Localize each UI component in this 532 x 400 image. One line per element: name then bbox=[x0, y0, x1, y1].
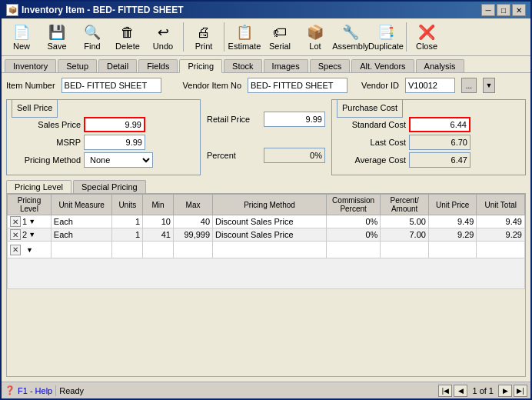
page-info: 1 of 1 bbox=[469, 386, 497, 395]
col-unit-total: Unit Total bbox=[477, 195, 525, 215]
prev-page-button[interactable]: ◀ bbox=[454, 385, 467, 397]
vendor-id-label: Vendor ID bbox=[361, 81, 399, 90]
tab-fields[interactable]: Fields bbox=[138, 59, 178, 72]
tab-setup[interactable]: Setup bbox=[58, 59, 97, 72]
table-row: ✕ 2 ▼ Each 1 41 99,999 Discount Sales Pr… bbox=[8, 228, 525, 242]
percent-label: Percent bbox=[207, 151, 261, 160]
table-row: ✕ 1 ▼ Each 1 10 40 Discount Sales Price … bbox=[8, 215, 525, 228]
toolbar-close-icon: ❌ bbox=[416, 23, 437, 42]
pricing-method-label: Pricing Method bbox=[12, 155, 81, 165]
col-unit-price: Unit Price bbox=[428, 195, 477, 215]
last-cost-row: Last Cost bbox=[337, 135, 520, 150]
first-page-button[interactable]: |◀ bbox=[438, 385, 452, 397]
delete-button[interactable]: 🗑 Delete bbox=[111, 21, 145, 53]
col-commission: CommissionPercent bbox=[326, 195, 380, 215]
table-row: ✕ ▼ bbox=[8, 242, 525, 258]
status-bar: ❓ F1 - Help Ready |◀ ◀ 1 of 1 ▶ ▶| bbox=[2, 382, 530, 398]
col-unit-measure: Unit Measure bbox=[51, 195, 112, 215]
help-link[interactable]: ❓ F1 - Help bbox=[5, 385, 52, 395]
tab-detail[interactable]: Detail bbox=[98, 59, 137, 72]
pricing-table-container: PricingLevel Unit Measure Units Min Max … bbox=[6, 193, 526, 377]
find-icon: 🔍 bbox=[81, 23, 103, 42]
window-title: Inventory Item - BED- FITTED SHEET bbox=[22, 5, 184, 15]
main-window: 📦 Inventory Item - BED- FITTED SHEET ─ □… bbox=[0, 0, 532, 400]
last-page-button[interactable]: ▶| bbox=[514, 385, 527, 397]
tab-analysis[interactable]: Analysis bbox=[416, 59, 464, 72]
vendor-dropdown-button[interactable]: ▼ bbox=[483, 78, 495, 93]
find-button[interactable]: 🔍 Find bbox=[75, 21, 109, 53]
tab-pricing[interactable]: Pricing bbox=[179, 59, 222, 73]
pricing-table: PricingLevel Unit Measure Units Min Max … bbox=[7, 194, 525, 289]
middle-section: Retail Price Percent bbox=[207, 99, 325, 175]
col-max: Max bbox=[173, 195, 212, 215]
percent-input[interactable] bbox=[264, 148, 325, 163]
pricing-method-row: Pricing Method None Percent Amount bbox=[12, 152, 195, 168]
pricing-level-tab[interactable]: Pricing Level bbox=[6, 180, 71, 193]
row1-delete-btn[interactable]: ✕ bbox=[10, 216, 21, 227]
vendor-lookup-button[interactable]: ... bbox=[461, 78, 477, 93]
new-button[interactable]: 📄 New bbox=[5, 21, 38, 53]
table-row-empty bbox=[8, 258, 525, 289]
help-label: F1 - Help bbox=[18, 386, 52, 395]
standard-cost-row: Standard Cost bbox=[337, 117, 520, 132]
standard-cost-label: Standard Cost bbox=[337, 120, 406, 129]
item-info-row: Item Number Vendor Item No Vendor ID ...… bbox=[6, 78, 526, 93]
tab-stock[interactable]: Stock bbox=[224, 59, 262, 72]
pricing-method-select[interactable]: None Percent Amount bbox=[84, 152, 153, 168]
average-cost-label: Average Cost bbox=[337, 155, 406, 165]
vendor-id-input[interactable] bbox=[405, 78, 455, 93]
duplicate-button[interactable]: 📑 Duplicate bbox=[369, 21, 403, 53]
undo-icon: ↩ bbox=[152, 23, 174, 42]
serial-icon: 🏷 bbox=[269, 23, 291, 42]
new-icon: 📄 bbox=[11, 23, 32, 42]
estimate-button[interactable]: 📋 Estimate bbox=[228, 21, 261, 53]
minimize-button[interactable]: ─ bbox=[481, 4, 495, 16]
tab-inventory[interactable]: Inventory bbox=[5, 59, 56, 72]
next-page-button[interactable]: ▶ bbox=[498, 385, 512, 397]
col-pricing-method: Pricing Method bbox=[213, 195, 327, 215]
row2-delete-btn[interactable]: ✕ bbox=[10, 229, 21, 240]
last-cost-input[interactable] bbox=[409, 135, 470, 150]
print-icon: 🖨 bbox=[193, 23, 214, 42]
col-percent-amount: Percent/Amount bbox=[381, 195, 429, 215]
tab-images[interactable]: Images bbox=[264, 59, 308, 72]
close-button[interactable]: ✕ bbox=[512, 4, 526, 16]
toolbar-close-button[interactable]: ❌ Close bbox=[410, 21, 444, 53]
special-pricing-tab[interactable]: Special Pricing bbox=[73, 180, 146, 193]
item-number-label: Item Number bbox=[6, 81, 55, 90]
save-button[interactable]: 💾 Save bbox=[40, 21, 74, 53]
msrp-input[interactable] bbox=[84, 135, 145, 150]
pagination: |◀ ◀ 1 of 1 ▶ ▶| bbox=[438, 385, 527, 397]
duplicate-icon: 📑 bbox=[375, 23, 397, 42]
sell-price-group: Sell Price Sales Price MSRP Pricing Meth… bbox=[6, 99, 201, 175]
msrp-label: MSRP bbox=[12, 138, 81, 147]
standard-cost-input[interactable] bbox=[409, 117, 470, 132]
retail-price-row: Retail Price bbox=[207, 112, 325, 127]
toolbar: 📄 New 💾 Save 🔍 Find 🗑 Delete ↩ Undo 🖨 Pr… bbox=[2, 18, 530, 56]
col-pricing-level: PricingLevel bbox=[8, 195, 52, 215]
tab-specs[interactable]: Specs bbox=[310, 59, 351, 72]
lot-icon: 📦 bbox=[304, 23, 326, 42]
serial-button[interactable]: 🏷 Serial bbox=[263, 21, 297, 53]
status-text: Ready bbox=[59, 386, 84, 395]
retail-price-input[interactable] bbox=[264, 112, 325, 127]
row3-delete-btn[interactable]: ✕ bbox=[10, 245, 21, 255]
last-cost-label: Last Cost bbox=[337, 138, 406, 147]
purchase-cost-legend: Purchase Cost bbox=[337, 99, 403, 118]
main-tabs: Inventory Setup Detail Fields Pricing St… bbox=[2, 56, 530, 73]
average-cost-input[interactable] bbox=[409, 152, 470, 168]
help-icon: ❓ bbox=[5, 385, 15, 395]
maximize-button[interactable]: □ bbox=[497, 4, 510, 16]
tab-content: Item Number Vendor Item No Vendor ID ...… bbox=[2, 73, 530, 382]
lot-button[interactable]: 📦 Lot bbox=[298, 21, 332, 53]
item-number-input[interactable] bbox=[62, 78, 161, 93]
sales-price-input[interactable] bbox=[84, 117, 145, 132]
print-button[interactable]: 🖨 Print bbox=[187, 21, 221, 53]
vendor-item-no-input[interactable] bbox=[248, 78, 347, 93]
tab-alt-vendors[interactable]: Alt. Vendors bbox=[351, 59, 414, 72]
pricing-subtabs: Pricing Level Special Pricing bbox=[6, 180, 526, 193]
undo-button[interactable]: ↩ Undo bbox=[146, 21, 180, 53]
col-units: Units bbox=[112, 195, 143, 215]
assembly-button[interactable]: 🔧 Assembly bbox=[334, 21, 367, 53]
sales-price-row: Sales Price bbox=[12, 117, 195, 132]
